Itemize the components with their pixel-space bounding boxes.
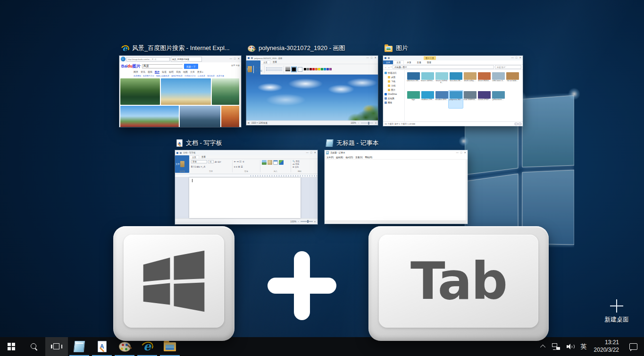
result-image-waterfall <box>212 78 239 105</box>
task-view-button[interactable] <box>45 337 68 356</box>
paste-icon <box>248 66 252 72</box>
palette-color <box>318 68 320 70</box>
breadcrumb: 此电脑 › 图片 <box>393 65 494 69</box>
baidu-nav-tab: 图片 <box>155 70 159 74</box>
taskbar-app-wordpad[interactable]: A <box>91 337 113 356</box>
system-tray: 英 13:21 2020/3/22 <box>538 337 644 356</box>
ribbon-tab: 共享 <box>404 60 414 64</box>
new-desktop-label: 新建桌面 <box>600 315 633 324</box>
baidu-image-grid <box>119 78 241 127</box>
file-item: hot-air-ballo... <box>505 72 519 89</box>
tray-clock-button[interactable]: 13:21 2020/3/22 <box>590 337 623 356</box>
baidu-nav-tabs: 网页资讯视频图片知道贴吧采购地图文库更多» <box>119 69 241 74</box>
sidebar-item: 快速访问 <box>385 71 404 75</box>
paint-ribbon-tabs: 文件 主页 查看 <box>246 60 378 64</box>
result-image-palm-beach <box>161 78 211 105</box>
baidu-related-link: 山水风景 <box>198 75 205 77</box>
wordpad-titlebar: 文档 - 写字板 —□✕ <box>175 150 318 155</box>
explorer-address-bar: ← → ↑ 此电脑 › 图片 搜索"图片" <box>383 65 523 70</box>
baidu-nav-tab: 贴吧 <box>169 70 174 74</box>
wordpad-page <box>189 178 301 218</box>
zoom-slider <box>361 123 373 124</box>
file-item: bora-bora-68... <box>449 72 463 89</box>
network-icon <box>552 343 560 350</box>
baidu-nav-tab: 采购 <box>176 70 181 74</box>
file-item: meadow-4391... <box>435 91 449 108</box>
paint-taskbar-icon <box>119 342 131 352</box>
ie-browser-chrome: ← http://image.baidu.com/se...Ρ - C 风景_百… <box>119 56 241 62</box>
picture-tools-tab: 图片工具 <box>424 56 436 60</box>
file-item: sunset-47347... <box>477 91 491 108</box>
search-button[interactable] <box>23 337 45 356</box>
window-thumbnail-wordpad[interactable]: A 文档 - 写字板 文档 - 写字板 —□✕ 文件 主页 查看 剪贴板 <box>175 137 318 224</box>
baidu-related-link: 唯美小清新风景 <box>156 75 169 77</box>
action-center-icon <box>629 343 637 350</box>
palette-color <box>321 68 323 70</box>
windows-start-icon <box>8 343 15 350</box>
menu-item: 文件(F) <box>326 156 334 159</box>
notepad-hscrollbar <box>325 220 468 223</box>
window-thumbnail-notepad[interactable]: 无标题 - 记事本 无标题 - 记事本 —□✕ 文件(F)编辑(E)格式(O)查… <box>325 137 468 224</box>
explorer-titlebar: 图片工具 —□✕ <box>383 56 523 60</box>
task-view-screen: e 风景_百度图片搜索 - Internet Expl... ← http://… <box>0 0 644 356</box>
ime-indicator: 英 <box>581 342 587 351</box>
tab-key-graphic: Tab <box>368 226 549 341</box>
baidu-nav-tab: 地图 <box>183 70 188 74</box>
paint-ribbon: ✎ A✦ ⌫ <box>246 64 378 75</box>
search-icon <box>31 343 38 350</box>
ie-window-controls: —□✕ <box>230 58 240 60</box>
baidu-related-link: 风景壁纸 <box>134 75 141 77</box>
baidu-search-button: 百度一下 <box>184 64 198 69</box>
paint-titlebar: polynesia-3021072_1920 - 画图 —□✕ <box>246 56 378 60</box>
ie-back-button: ← <box>121 57 125 61</box>
paint-palette-row1 <box>304 68 332 70</box>
notepad-vscrollbar <box>466 160 468 220</box>
action-center-button[interactable] <box>623 337 644 356</box>
menu-item: 帮助(H) <box>365 156 373 159</box>
ribbon-tab: 管理 <box>424 60 434 64</box>
notepad-titlebar: 无标题 - 记事本 —□✕ <box>325 150 468 155</box>
notepad-taskbar-icon <box>74 341 85 352</box>
file-item: road-1668916... <box>463 91 477 108</box>
tray-ime-button[interactable]: 英 <box>577 337 590 356</box>
new-desktop-button[interactable]: 新建桌面 <box>600 299 633 324</box>
window-thumbnail-ie[interactable]: e 风景_百度图片搜索 - Internet Expl... ← http://… <box>119 42 241 127</box>
start-button[interactable] <box>0 337 23 356</box>
baidu-nav-tab: 知道 <box>162 70 167 74</box>
sidebar-item: 此电脑 <box>385 96 404 101</box>
window-thumbnail-explorer[interactable]: 图片 图片工具 —□✕ 文件主页共享查看管理 ← → ↑ 此电脑 › 图片 搜索… <box>383 42 523 127</box>
explorer-taskbar-icon <box>164 342 176 351</box>
windows-logo-glyph <box>142 249 206 313</box>
baidu-nav-tab: 更多» <box>197 70 203 74</box>
wordpad-icon: A <box>176 139 183 147</box>
result-image-park <box>120 106 179 127</box>
menu-item: 格式(O) <box>345 156 353 159</box>
window-title-wordpad: 文档 - 写字板 <box>186 139 222 147</box>
explorer-sidebar: 快速访问桌面下载文档图片OneDrive此电脑网络 <box>383 70 405 121</box>
baidu-nav-tab: 文库 <box>190 70 195 74</box>
line-width-icon <box>285 67 290 72</box>
windows-key-graphic <box>113 226 234 341</box>
baidu-nav-tab: 网页 <box>134 70 138 74</box>
window-title-ie: 风景_百度图片搜索 - Internet Expl... <box>132 44 230 52</box>
tray-network-button[interactable] <box>549 337 563 356</box>
sidebar-item: 图片 <box>385 88 404 92</box>
file-item: yellowstone-... <box>491 91 505 108</box>
sidebar-item: 网络 <box>385 101 404 105</box>
tray-time: 13:21 <box>594 339 619 347</box>
wordpad-statusbar: 100% −+ <box>175 218 318 224</box>
paint-icon <box>248 45 255 52</box>
palette-color <box>324 68 326 70</box>
palette-color <box>304 68 306 70</box>
palette-color <box>309 68 312 70</box>
ribbon-tab: 查看 <box>414 60 424 64</box>
baidu-top-links: 设置 登录 <box>231 64 240 67</box>
taskbar-app-notepad[interactable] <box>68 337 91 356</box>
menu-item: 编辑(E) <box>336 156 343 159</box>
baidu-related-link: 风景头像 <box>217 75 224 77</box>
tray-volume-button[interactable] <box>563 337 577 356</box>
wordpad-zoom-slider <box>301 221 313 222</box>
window-thumbnail-paint[interactable]: polynesia-3021072_1920 - 画图 polynesia-30… <box>246 42 378 126</box>
explorer-file-grid: adventure-185... beach-144900... beach-1… <box>405 70 523 121</box>
sidebar-item: 桌面 <box>385 75 404 79</box>
